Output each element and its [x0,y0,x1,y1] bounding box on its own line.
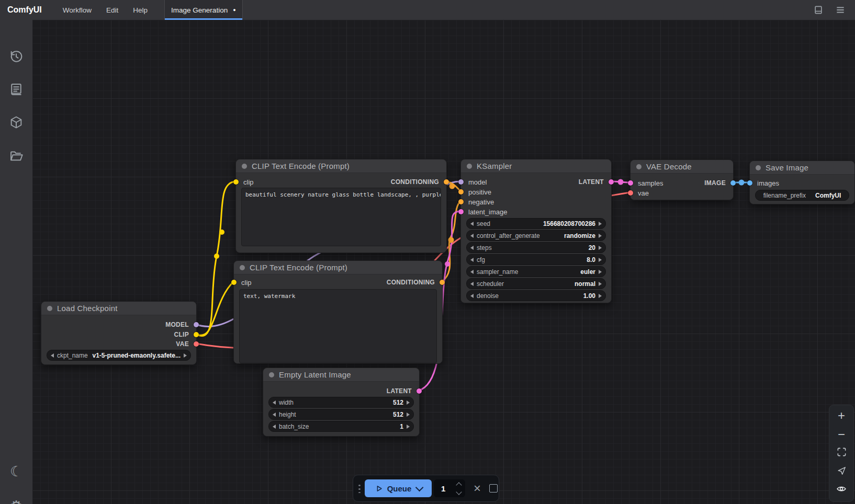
prev-arrow-icon[interactable] [470,270,474,274]
steps-widget[interactable]: steps 20 [466,242,606,253]
zoom-out-button[interactable]: − [829,428,853,441]
queue-button[interactable]: Queue [365,479,432,497]
next-arrow-icon[interactable] [599,270,602,274]
output-slot-latent[interactable] [417,388,422,394]
input-slot-model[interactable] [458,179,464,185]
zoom-in-button[interactable]: + [829,409,853,422]
next-arrow-icon[interactable] [599,294,602,298]
next-arrow-icon[interactable] [407,400,410,405]
prompt-textarea[interactable]: text, watermark [239,289,437,363]
prev-arrow-icon[interactable] [273,400,276,405]
input-slot-negative[interactable] [458,199,464,204]
node-title-bar[interactable]: CLIP Text Encode (Prompt) [236,159,446,173]
pan-cursor-icon[interactable] [829,466,853,476]
sampler-name-widget[interactable]: sampler_name euler [466,266,606,277]
next-arrow-icon[interactable] [599,222,602,226]
next-arrow-icon[interactable] [599,282,602,286]
input-slot-vae[interactable] [628,190,633,196]
output-slot-conditioning[interactable] [440,280,445,285]
node-empty-latent-image[interactable]: Empty Latent Image LATENT width 512 heig… [263,368,420,437]
output-slot-model[interactable] [194,322,199,327]
output-slot-clip[interactable] [194,332,199,337]
prompt-textarea[interactable]: beautiful scenery nature glass bottle la… [241,188,441,246]
next-arrow-icon[interactable] [407,425,410,429]
prev-arrow-icon[interactable] [51,353,54,358]
bottom-panel-icon[interactable] [813,5,824,15]
stop-icon[interactable] [489,484,498,492]
output-slot-image[interactable] [730,180,736,186]
settings-gear-icon[interactable]: ⚙ [0,499,32,504]
ckpt-name-widget[interactable]: ckpt_name v1-5-pruned-emaonly.safete... [47,350,191,361]
menu-edit[interactable]: Edit [99,0,126,20]
output-slot-vae[interactable] [194,341,199,347]
node-vae-decode[interactable]: VAE Decode samples IMAGE vae [630,159,734,200]
next-arrow-icon[interactable] [407,413,410,417]
stepper-up-icon[interactable] [456,482,462,488]
node-clip-text-encode-negative[interactable]: CLIP Text Encode (Prompt) clip CONDITION… [233,260,443,364]
height-widget[interactable]: height 512 [268,409,414,420]
fit-view-icon[interactable] [829,447,853,457]
prev-arrow-icon[interactable] [470,222,474,226]
collapse-dot[interactable] [47,306,52,311]
collapse-dot[interactable] [756,165,761,170]
prev-arrow-icon[interactable] [273,413,276,417]
queue-history-icon[interactable] [0,49,32,64]
input-slot-latent-image[interactable] [458,209,464,214]
menu-help[interactable]: Help [126,0,155,20]
input-slot-positive[interactable] [458,189,464,194]
tab-image-generation[interactable]: Image Generation ● [164,0,243,20]
seed-widget[interactable]: seed 156680208700286 [466,218,606,229]
workflows-folder-icon[interactable] [0,148,32,163]
denoise-widget[interactable]: denoise 1.00 [466,290,606,301]
menu-workflow[interactable]: Workflow [55,0,99,20]
collapse-dot[interactable] [240,265,245,270]
batch-size-widget[interactable]: batch_size 1 [268,421,414,432]
collapse-dot[interactable] [467,164,472,169]
model-library-icon[interactable] [0,115,32,130]
prev-arrow-icon[interactable] [470,294,474,298]
clear-queue-icon[interactable]: × [474,482,481,495]
node-title-bar[interactable]: Empty Latent Image [263,368,419,382]
collapse-dot[interactable] [636,164,642,169]
node-save-image[interactable]: Save Image images filename_prefix ComfyU… [749,161,855,204]
chevron-down-icon[interactable] [415,483,424,491]
batch-count-input[interactable]: 1 [434,479,465,497]
prev-arrow-icon[interactable] [470,258,474,262]
prev-arrow-icon[interactable] [470,234,474,238]
collapse-dot[interactable] [242,164,247,169]
drag-handle-icon[interactable] [358,484,361,493]
node-title-bar[interactable]: Save Image [750,161,854,175]
node-load-checkpoint[interactable]: Load Checkpoint MODEL CLIP VAE ckpt_name… [41,301,197,365]
stepper-down-icon[interactable] [456,489,462,495]
node-ksampler[interactable]: KSampler model LATENT positive negative … [460,159,612,303]
menu-icon[interactable] [835,5,846,15]
next-arrow-icon[interactable] [599,234,602,238]
prev-arrow-icon[interactable] [470,246,474,250]
output-slot-conditioning[interactable] [444,179,449,185]
toggle-link-visibility-eye-icon[interactable] [829,484,853,494]
node-title-bar[interactable]: VAE Decode [631,160,733,174]
output-slot-latent[interactable] [609,179,614,185]
next-arrow-icon[interactable] [184,353,187,358]
next-arrow-icon[interactable] [599,258,602,262]
prev-arrow-icon[interactable] [273,425,276,429]
node-title-bar[interactable]: KSampler [461,159,611,173]
collapse-dot[interactable] [269,372,274,377]
input-slot-samples[interactable] [628,180,633,186]
control-after-generate-widget[interactable]: control_after_generate randomize [466,230,606,241]
theme-toggle-icon[interactable]: ☾ [0,464,32,478]
node-clip-text-encode-positive[interactable]: CLIP Text Encode (Prompt) clip CONDITION… [235,159,447,253]
width-widget[interactable]: width 512 [268,397,414,408]
next-arrow-icon[interactable] [599,246,602,250]
app-logo[interactable]: ComfyUI [7,5,42,15]
filename-prefix-widget[interactable]: filename_prefix ComfyUI [755,190,849,201]
prev-arrow-icon[interactable] [470,282,474,286]
input-slot-clip[interactable] [233,179,239,185]
input-slot-images[interactable] [747,180,752,186]
node-library-icon[interactable] [0,82,32,97]
scheduler-widget[interactable]: scheduler normal [466,278,606,289]
node-title-bar[interactable]: CLIP Text Encode (Prompt) [234,261,442,274]
input-slot-clip[interactable] [231,280,237,285]
cfg-widget[interactable]: cfg 8.0 [466,254,606,265]
node-title-bar[interactable]: Load Checkpoint [41,302,196,315]
